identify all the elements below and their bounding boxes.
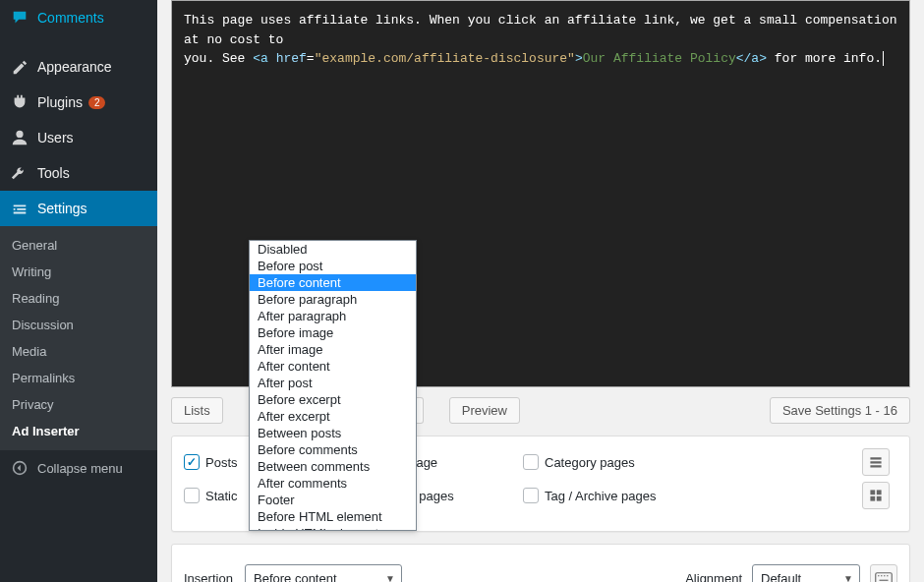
dropdown-option[interactable]: After paragraph	[250, 308, 416, 324]
code-text: for more info.	[767, 51, 882, 66]
dropdown-option[interactable]: After post	[250, 375, 416, 391]
code-text: This page uses affiliate links. When you…	[184, 13, 897, 47]
collapse-menu[interactable]: Collapse menu	[0, 450, 157, 486]
dropdown-option[interactable]: Before paragraph	[250, 291, 416, 308]
code-linktext: Our Affiliate Policy	[583, 51, 736, 66]
settings-icon	[10, 199, 29, 218]
svg-rect-5	[877, 496, 882, 501]
check-label: Tag / Archive pages	[545, 489, 656, 503]
checkbox-icon: ✓	[184, 454, 200, 470]
menu-label: Settings	[37, 201, 87, 216]
alignment-label: Alignment	[685, 571, 742, 583]
menu-label: Users	[37, 130, 74, 146]
dropdown-option[interactable]: After content	[250, 358, 416, 375]
menu-plugins[interactable]: Plugins 2	[0, 85, 157, 120]
select-value: Default	[761, 571, 801, 583]
checkbox-icon	[523, 454, 539, 470]
insertion-select[interactable]: Before content ▼	[245, 564, 402, 582]
checkbox-icon	[523, 488, 539, 503]
dropdown-option[interactable]: After excerpt	[250, 408, 416, 425]
dropdown-option[interactable]: Before image	[250, 324, 416, 341]
dropdown-option[interactable]: Between comments	[250, 458, 416, 475]
check-tag-archive[interactable]: Tag / Archive pages	[523, 488, 673, 503]
submenu-media[interactable]: Media	[0, 338, 157, 365]
dropdown-option[interactable]: Before HTML element	[250, 508, 416, 525]
menu-settings[interactable]: Settings	[0, 191, 157, 226]
dropdown-option[interactable]: Footer	[250, 492, 416, 508]
tools-icon	[10, 163, 29, 183]
dropdown-option[interactable]: After comments	[250, 475, 416, 492]
list-view-button[interactable]	[862, 448, 890, 476]
dropdown-option[interactable]: Between posts	[250, 425, 416, 441]
caret-icon: ▼	[385, 573, 395, 583]
checkbox-icon	[184, 488, 200, 503]
dropdown-option[interactable]: Disabled	[250, 241, 416, 258]
dropdown-option[interactable]: Before excerpt	[250, 391, 416, 408]
code-tag: <a	[253, 51, 268, 66]
check-label: Static	[205, 489, 238, 503]
alignment-select[interactable]: Default ▼	[752, 564, 860, 582]
select-value: Before content	[254, 571, 337, 583]
dropdown-option[interactable]: After image	[250, 341, 416, 358]
preview-button[interactable]: Preview	[449, 397, 520, 424]
settings-submenu: General Writing Reading Discussion Media…	[0, 226, 157, 450]
insertion-panel: Insertion Before content ▼ Alignment Def…	[171, 544, 910, 582]
insertion-dropdown[interactable]: DisabledBefore postBefore contentBefore …	[249, 240, 417, 531]
dropdown-option[interactable]: Before post	[250, 258, 416, 274]
submenu-discussion[interactable]: Discussion	[0, 312, 157, 338]
submenu-general[interactable]: General	[0, 232, 157, 259]
svg-rect-3	[877, 490, 882, 495]
plugins-icon	[10, 92, 29, 112]
users-icon	[10, 128, 29, 147]
code-string: "example.com/affiliate-disclosure"	[315, 51, 575, 66]
submenu-reading[interactable]: Reading	[0, 285, 157, 312]
submenu-permalinks[interactable]: Permalinks	[0, 365, 157, 391]
submenu-ad-inserter[interactable]: Ad Inserter	[0, 418, 157, 444]
code-tag: >	[575, 51, 583, 66]
menu-label: Tools	[37, 165, 70, 181]
svg-point-0	[16, 131, 23, 138]
check-label: Category pages	[545, 455, 635, 470]
appearance-icon	[10, 57, 29, 77]
check-category[interactable]: Category pages	[523, 454, 673, 470]
submenu-writing[interactable]: Writing	[0, 259, 157, 285]
check-label: Posts	[205, 455, 238, 470]
dropdown-option[interactable]: Before comments	[250, 441, 416, 458]
menu-appearance[interactable]: Appearance	[0, 49, 157, 85]
menu-tools[interactable]: Tools	[0, 155, 157, 191]
plugin-badge: 2	[88, 96, 106, 109]
svg-rect-2	[870, 490, 875, 495]
lists-button[interactable]: Lists	[171, 397, 223, 424]
submenu-privacy[interactable]: Privacy	[0, 391, 157, 418]
menu-users[interactable]: Users	[0, 120, 157, 155]
grid-view-button[interactable]	[862, 482, 890, 509]
svg-rect-4	[870, 496, 875, 501]
code-attr: href	[276, 51, 307, 66]
menu-label: Appearance	[37, 59, 112, 75]
comments-icon	[10, 8, 29, 28]
insertion-label: Insertion	[184, 571, 235, 583]
code-text: you. See	[184, 51, 253, 66]
menu-label: Comments	[37, 10, 104, 26]
dropdown-option[interactable]: Inside HTML element	[250, 525, 416, 531]
dropdown-option[interactable]: Before content	[250, 274, 416, 291]
caret-icon: ▼	[843, 573, 853, 583]
keyboard-button[interactable]	[870, 564, 897, 582]
menu-comments[interactable]: Comments	[0, 0, 157, 35]
save-settings-button[interactable]: Save Settings 1 - 16	[770, 397, 910, 424]
menu-label: Plugins	[37, 94, 83, 110]
collapse-icon	[10, 458, 29, 478]
collapse-label: Collapse menu	[37, 461, 123, 476]
code-tag: </a>	[736, 51, 767, 66]
